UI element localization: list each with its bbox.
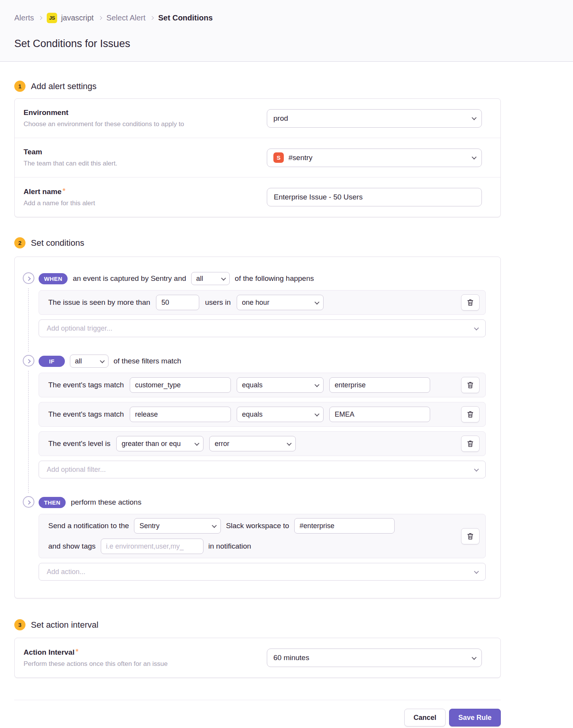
- user-count-input[interactable]: [156, 295, 199, 310]
- if-match-value: all: [75, 357, 82, 365]
- chevron-right-icon: [26, 500, 31, 505]
- action-interval-select[interactable]: 60 minutes: [267, 649, 482, 667]
- team-label: Team: [24, 148, 117, 156]
- channel-input[interactable]: [294, 518, 395, 534]
- tag-key-input[interactable]: [130, 407, 231, 422]
- tag-operator-value: equals: [242, 381, 263, 389]
- collapse-chevron-icon[interactable]: [23, 355, 34, 367]
- when-text-before: an event is captured by Sentry and: [73, 274, 186, 283]
- when-match-select[interactable]: all: [191, 272, 230, 285]
- tag-value-input[interactable]: [329, 407, 430, 422]
- section-title: Set action interval: [31, 620, 98, 630]
- breadcrumb-item-project[interactable]: JS javascript: [47, 13, 93, 23]
- collapse-chevron-icon[interactable]: [23, 272, 34, 284]
- level-value-select[interactable]: error: [209, 436, 296, 451]
- team-labels: Team The team that can edit this alert.: [24, 148, 117, 167]
- alert-name-input[interactable]: [267, 188, 482, 206]
- level-operator-select[interactable]: greater than or equ: [116, 436, 203, 451]
- level-filter-row: The event's level is greater than or equ…: [39, 431, 486, 456]
- delete-filter-button[interactable]: [461, 406, 480, 422]
- trigger-text: users in: [205, 298, 231, 307]
- chevron-down-icon: [472, 155, 477, 160]
- if-text-after: of these filters match: [114, 357, 181, 365]
- chevron-down-icon: [472, 655, 477, 660]
- time-interval-select[interactable]: one hour: [237, 295, 324, 310]
- collapse-chevron-icon[interactable]: [23, 496, 34, 508]
- conditions-panel: WHEN an event is captured by Sentry and …: [14, 257, 501, 598]
- add-trigger-select[interactable]: Add optional trigger...: [39, 319, 486, 337]
- add-action-select[interactable]: Add action...: [39, 563, 486, 581]
- alert-name-help: Add a name for this alert: [24, 199, 95, 207]
- if-match-select[interactable]: all: [70, 355, 108, 368]
- chevron-down-icon: [314, 299, 319, 304]
- action-text: in notification: [209, 542, 251, 551]
- delete-filter-button[interactable]: [461, 436, 480, 452]
- trash-icon: [466, 440, 474, 448]
- trigger-text: The issue is seen by more than: [48, 298, 150, 307]
- if-badge: IF: [39, 356, 65, 367]
- level-value: error: [215, 440, 229, 448]
- step-number-badge: 2: [14, 237, 25, 248]
- environment-labels: Environment Choose an environment for th…: [24, 108, 184, 128]
- alert-settings-panel: Environment Choose an environment for th…: [14, 98, 501, 217]
- action-text: Slack workspace to: [226, 522, 289, 530]
- then-step: THEN perform these actions Send a notifi…: [15, 496, 486, 581]
- if-step: IF all of these filters match The event'…: [15, 355, 486, 478]
- environment-help: Choose an environment for these conditio…: [24, 120, 184, 128]
- alert-name-labels: Alert name* Add a name for this alert: [24, 187, 95, 207]
- footer-actions: Cancel Save Rule: [14, 709, 501, 726]
- chevron-down-icon: [474, 325, 479, 330]
- javascript-platform-icon: JS: [47, 13, 57, 23]
- if-header: IF all of these filters match: [39, 355, 486, 368]
- add-filter-select[interactable]: Add optional filter...: [39, 461, 486, 478]
- filter-text: The event's tags match: [48, 410, 124, 419]
- breadcrumb: Alerts JS javascript Select Alert Set Co…: [14, 13, 573, 23]
- action-text: Send a notification to the: [48, 522, 129, 530]
- alert-name-label: Alert name*: [24, 187, 95, 196]
- chevron-down-icon: [212, 523, 217, 528]
- filter-condition-row: The event's tags match equals: [39, 373, 486, 397]
- breadcrumb-item-select-alert[interactable]: Select Alert: [107, 14, 146, 22]
- team-row: Team The team that can edit this alert. …: [15, 138, 500, 177]
- add-filter-placeholder: Add optional filter...: [47, 466, 106, 474]
- workspace-select[interactable]: Sentry: [134, 518, 221, 534]
- delete-filter-button[interactable]: [461, 377, 480, 393]
- show-tags-input[interactable]: [101, 539, 203, 554]
- alert-name-row: Alert name* Add a name for this alert: [15, 177, 500, 217]
- environment-select[interactable]: prod: [267, 109, 482, 128]
- chevron-right-icon: [26, 359, 31, 363]
- chevron-down-icon: [314, 411, 319, 416]
- chevron-down-icon: [314, 382, 319, 387]
- action-interval-label: Action Interval*: [24, 648, 168, 657]
- tag-operator-select[interactable]: equals: [237, 407, 324, 422]
- tag-operator-select[interactable]: equals: [237, 377, 324, 393]
- breadcrumb-project-label: javascript: [61, 14, 93, 22]
- chevron-down-icon: [472, 115, 477, 120]
- section-title: Set conditions: [31, 238, 84, 248]
- delete-trigger-button[interactable]: [461, 294, 480, 311]
- team-select[interactable]: S #sentry: [267, 149, 482, 167]
- alert-name-label-text: Alert name: [24, 187, 61, 196]
- delete-action-button[interactable]: [461, 528, 480, 544]
- trash-icon: [466, 299, 474, 306]
- save-rule-button[interactable]: Save Rule: [449, 709, 501, 726]
- breadcrumb-separator-icon: [98, 16, 102, 20]
- cancel-button[interactable]: Cancel: [404, 709, 446, 726]
- action-line-1: Send a notification to the Sentry Slack …: [48, 518, 395, 534]
- section-set-conditions: 2 Set conditions: [14, 237, 559, 248]
- section-set-action-interval: 3 Set action interval: [14, 619, 559, 630]
- tag-key-input[interactable]: [130, 377, 231, 393]
- page-header: Alerts JS javascript Select Alert Set Co…: [0, 0, 573, 62]
- action-interval-label-text: Action Interval: [24, 648, 75, 656]
- trash-icon: [466, 532, 474, 540]
- tag-value-input[interactable]: [329, 377, 430, 393]
- add-trigger-placeholder: Add optional trigger...: [47, 324, 112, 333]
- chevron-down-icon: [100, 358, 105, 363]
- trigger-condition-row: The issue is seen by more than users in …: [39, 290, 486, 315]
- trash-icon: [466, 381, 474, 389]
- breadcrumb-item-alerts[interactable]: Alerts: [14, 14, 34, 22]
- then-text-after: perform these actions: [71, 498, 141, 507]
- required-asterisk: *: [76, 648, 78, 655]
- chevron-down-icon: [195, 441, 200, 446]
- required-asterisk: *: [63, 187, 65, 195]
